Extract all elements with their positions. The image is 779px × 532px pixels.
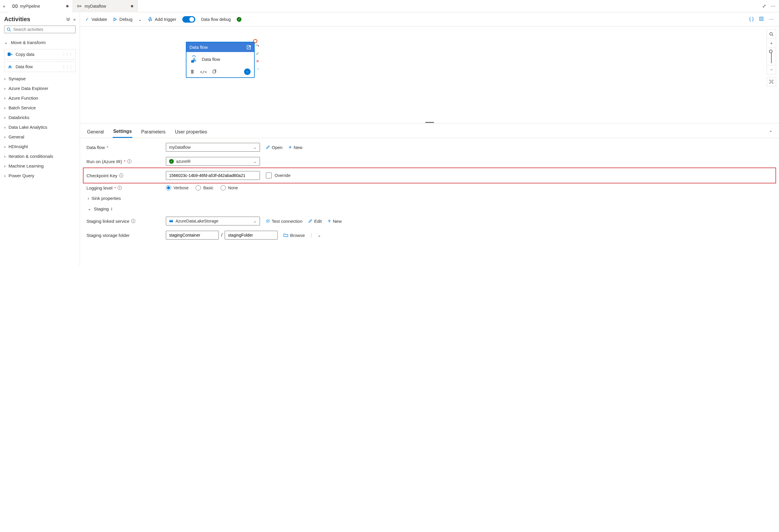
prop-tab-parameters[interactable]: Parameters: [140, 127, 166, 138]
edit-linked-button[interactable]: Edit: [308, 219, 322, 224]
pipeline-canvas[interactable]: Data flow Data flow: [80, 26, 779, 121]
staging-container-field[interactable]: [169, 233, 216, 238]
logging-basic-radio[interactable]: Basic: [195, 185, 213, 191]
svg-rect-13: [191, 60, 194, 63]
more-icon[interactable]: ⋯: [769, 16, 774, 22]
tab-pipeline[interactable]: myPipeline: [8, 0, 73, 12]
search-field[interactable]: [13, 27, 73, 32]
category-iteration-conditionals[interactable]: ›Iteration & conditionals: [4, 151, 75, 161]
code-icon[interactable]: </>: [200, 70, 207, 74]
dirty-indicator-icon: [131, 5, 133, 7]
collapse-sidebar-icon[interactable]: «: [73, 17, 75, 22]
chevron-right-icon: ›: [4, 76, 6, 81]
info-icon[interactable]: i: [118, 186, 122, 190]
next-icon[interactable]: →: [244, 68, 250, 75]
info-icon[interactable]: i: [127, 159, 131, 163]
tab-dataflow[interactable]: myDataflow: [73, 0, 138, 12]
delete-icon[interactable]: [190, 69, 195, 74]
chevron-right-icon: ›: [87, 196, 89, 201]
chevron-right-icon: ›: [4, 115, 6, 120]
svg-rect-19: [169, 220, 173, 221]
category-power-query[interactable]: ›Power Query: [4, 171, 75, 181]
sink-properties-section[interactable]: › Sink properties: [86, 196, 773, 201]
dataflow-select[interactable]: myDataflow ⌄: [166, 143, 260, 152]
code-icon[interactable]: { }: [749, 16, 754, 22]
browse-dropdown-icon[interactable]: ⌄: [317, 233, 321, 238]
info-icon[interactable]: i: [111, 206, 112, 211]
open-dataflow-button[interactable]: Open: [266, 145, 283, 150]
prop-tab-general[interactable]: General: [86, 127, 104, 138]
validate-button[interactable]: ✓ Validate: [85, 17, 107, 22]
chevrons-icon[interactable]: [66, 17, 70, 22]
status-ok-icon: ✓: [237, 17, 241, 22]
sidebar-title: Activities: [4, 16, 30, 23]
svg-line-16: [772, 35, 773, 36]
svg-point-15: [770, 32, 773, 35]
zoom-slider[interactable]: [767, 48, 776, 65]
category-machine-learning[interactable]: ›Machine Learning: [4, 161, 75, 171]
add-trigger-button[interactable]: Add trigger: [147, 17, 176, 22]
category-general[interactable]: ›General: [4, 132, 75, 142]
checkpoint-input[interactable]: [166, 171, 260, 180]
runon-select[interactable]: ✓ azureIR ⌄: [166, 157, 260, 166]
chevron-right-icon: ›: [4, 163, 6, 169]
category-hdinsight[interactable]: ›HDInsight: [4, 142, 75, 151]
zoom-out-icon[interactable]: −: [767, 65, 776, 74]
debug-toggle[interactable]: [182, 16, 195, 23]
debug-dropdown-icon[interactable]: ⌄: [138, 17, 142, 22]
fit-screen-icon[interactable]: [767, 77, 776, 86]
new-dataflow-button[interactable]: + New: [289, 144, 303, 151]
browse-folder-button[interactable]: Browse: [284, 233, 305, 238]
info-icon[interactable]: i: [119, 174, 123, 178]
test-connection-button[interactable]: Test connection: [266, 219, 302, 224]
collapse-panel-icon[interactable]: ⌃: [769, 130, 773, 135]
new-linked-button[interactable]: + New: [327, 218, 342, 224]
debug-button[interactable]: Debug: [113, 17, 132, 22]
fail-marker-icon: ✕: [256, 59, 260, 64]
open-external-icon[interactable]: [246, 45, 251, 50]
category-data-lake-analytics[interactable]: ›Data Lake Analytics: [4, 122, 75, 132]
dataflow-activity-node[interactable]: Data flow Data flow: [186, 42, 255, 78]
copy-icon[interactable]: [212, 69, 217, 74]
activity-copy-data[interactable]: Copy data ⋮⋮⋮: [4, 49, 75, 60]
activity-data-flow[interactable]: Data flow ⋮⋮⋮: [4, 61, 75, 72]
prop-tab-user-properties[interactable]: User properties: [174, 127, 207, 138]
canvas-search-icon[interactable]: [767, 29, 776, 39]
logging-none-radio[interactable]: None: [221, 185, 238, 191]
svg-point-3: [7, 28, 10, 30]
category-azure-function[interactable]: ›Azure Function: [4, 93, 75, 103]
search-activities-input[interactable]: [4, 25, 75, 33]
info-icon[interactable]: i: [131, 219, 135, 223]
staging-linked-select[interactable]: AzureDataLakeStorage ⌄: [166, 217, 260, 225]
debug-toggle-label: Data flow debug: [201, 17, 231, 22]
trigger-icon: [147, 17, 152, 22]
drag-handle-icon: ⋮⋮⋮: [62, 64, 72, 69]
category-batch-service[interactable]: ›Batch Service: [4, 103, 75, 113]
more-icon[interactable]: ⋯: [771, 3, 775, 9]
checkpoint-field[interactable]: [169, 173, 257, 178]
node-body-label: Data flow: [202, 57, 220, 62]
override-checkbox[interactable]: [266, 173, 272, 179]
staging-folder-field[interactable]: [228, 233, 275, 238]
logging-verbose-radio[interactable]: Verbose: [166, 185, 188, 191]
browse-separator: |: [310, 233, 312, 238]
activities-sidebar: Activities « ⌄ Move & transform Copy dat…: [0, 12, 80, 266]
staging-section[interactable]: ⌄ Staging i: [86, 206, 773, 211]
expand-tabs-icon[interactable]: »: [0, 4, 8, 8]
maximize-icon[interactable]: ⤢: [762, 3, 766, 9]
folder-icon: [284, 233, 288, 237]
category-azure-data-explorer[interactable]: ›Azure Data Explorer: [4, 83, 75, 93]
staging-container-input[interactable]: [166, 231, 219, 240]
prop-tab-settings[interactable]: Settings: [113, 126, 132, 138]
svg-point-2: [77, 5, 79, 7]
zoom-in-icon[interactable]: +: [767, 39, 776, 48]
staging-folder-input[interactable]: [225, 231, 278, 240]
path-separator: /: [221, 232, 222, 238]
category-databricks[interactable]: ›Databricks: [4, 113, 75, 122]
category-move-transform[interactable]: ⌄ Move & transform: [4, 37, 75, 47]
connection-icon: [266, 219, 270, 223]
tasks-icon[interactable]: [759, 16, 764, 22]
category-synapse[interactable]: ›Synapse: [4, 74, 75, 83]
dataflow-icon: [77, 4, 82, 9]
validation-marker-icon: [253, 39, 257, 43]
